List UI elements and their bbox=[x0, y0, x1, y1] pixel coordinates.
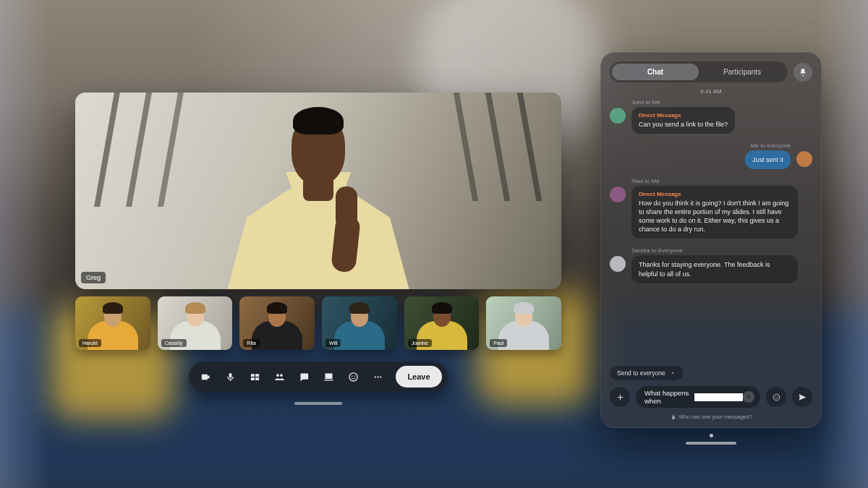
message-bubble: Direct MessageHow do you think it is goi… bbox=[631, 186, 798, 239]
share-screen-button[interactable] bbox=[318, 366, 339, 388]
participant-thumb[interactable]: Rita bbox=[239, 296, 315, 350]
window-grabber[interactable] bbox=[294, 402, 342, 405]
participant-thumb[interactable]: Harold bbox=[75, 296, 150, 350]
svg-point-7 bbox=[775, 395, 775, 396]
chat-timestamp: 9:41 AM bbox=[601, 88, 821, 99]
tab-chat[interactable]: Chat bbox=[612, 64, 699, 80]
thumb-name-tag: Joanne bbox=[408, 339, 432, 347]
gallery-view-button[interactable] bbox=[244, 366, 265, 388]
thumb-name-tag: Rita bbox=[243, 339, 259, 347]
avatar bbox=[610, 256, 626, 272]
microphone-button[interactable] bbox=[219, 366, 241, 388]
message-meta: Raul to Me bbox=[631, 178, 798, 184]
svg-point-8 bbox=[777, 395, 778, 396]
chat-message: Sandra to EveryoneThanks for staying eve… bbox=[610, 247, 812, 283]
emoji-button[interactable] bbox=[766, 387, 786, 407]
speaker-figure bbox=[210, 106, 427, 289]
chat-message: John to MeDirect MessageCan you send a l… bbox=[610, 99, 812, 134]
avatar bbox=[610, 108, 626, 124]
participant-thumb[interactable]: Cassidy bbox=[158, 296, 233, 350]
avatar bbox=[796, 151, 812, 167]
clear-input-button[interactable]: ✕ bbox=[743, 391, 754, 403]
participant-thumbnails: HaroldCassidyRitaWillJoannePaul bbox=[75, 296, 561, 350]
chat-window-handle[interactable] bbox=[600, 434, 822, 445]
camera-button[interactable] bbox=[195, 366, 216, 388]
chat-tabs: Chat Participants bbox=[601, 53, 821, 88]
attach-button[interactable] bbox=[610, 387, 630, 407]
thumb-name-tag: Will bbox=[326, 339, 341, 347]
svg-point-3 bbox=[375, 376, 376, 377]
svg-point-5 bbox=[380, 376, 381, 377]
message-meta: Sandra to Everyone bbox=[631, 247, 798, 254]
svg-point-2 bbox=[354, 375, 356, 377]
message-bubble: Thanks for staying everyone. The feedbac… bbox=[631, 255, 798, 283]
privacy-label: Who can see your messages? bbox=[679, 414, 752, 420]
message-input-text: What happens when bbox=[644, 389, 694, 405]
message-meta: Me to everyone bbox=[751, 142, 791, 149]
send-button[interactable] bbox=[792, 387, 812, 407]
more-options-button[interactable] bbox=[367, 366, 388, 388]
chevron-down-icon bbox=[670, 370, 676, 376]
call-toolbar: Leave bbox=[189, 361, 447, 392]
reactions-button[interactable] bbox=[342, 366, 364, 388]
svg-point-1 bbox=[352, 375, 353, 377]
privacy-note[interactable]: Who can see your messages? bbox=[601, 414, 821, 427]
leave-button-label: Leave bbox=[407, 372, 430, 381]
message-bubble: Direct MessageCan you send a link to the… bbox=[631, 107, 735, 134]
message-meta: John to Me bbox=[631, 99, 735, 106]
video-call-window: Greg HaroldCassidyRitaWillJoannePaul Lea… bbox=[75, 93, 561, 405]
send-to-label: Send to everyone bbox=[617, 369, 665, 377]
notifications-button[interactable] bbox=[793, 63, 812, 82]
chat-panel: Chat Participants 9:41 AM John to MeDire… bbox=[600, 52, 822, 428]
speaker-name-tag: Greg bbox=[81, 272, 106, 283]
message-list: John to MeDirect MessageCan you send a l… bbox=[601, 99, 821, 365]
thumb-name-tag: Harold bbox=[79, 339, 101, 347]
message-bubble: Just sent it bbox=[745, 150, 791, 169]
chat-button[interactable] bbox=[293, 366, 315, 388]
avatar bbox=[610, 187, 626, 202]
chat-message: Me to everyoneJust sent it bbox=[610, 142, 812, 169]
thumb-name-tag: Cassidy bbox=[161, 339, 187, 347]
participant-thumb[interactable]: Paul bbox=[486, 296, 561, 350]
thumb-name-tag: Paul bbox=[490, 339, 507, 347]
participant-thumb[interactable]: Joanne bbox=[404, 296, 480, 350]
svg-point-4 bbox=[377, 376, 378, 377]
direct-message-badge: Direct Message bbox=[639, 191, 791, 199]
svg-point-0 bbox=[349, 372, 357, 380]
lock-icon bbox=[671, 414, 676, 420]
direct-message-badge: Direct Message bbox=[639, 112, 728, 120]
chat-message: Raul to MeDirect MessageHow do you think… bbox=[610, 178, 812, 239]
tab-participants[interactable]: Participants bbox=[699, 64, 786, 80]
svg-point-6 bbox=[773, 394, 780, 401]
leave-button[interactable]: Leave bbox=[396, 366, 441, 388]
participants-button[interactable] bbox=[268, 366, 290, 388]
send-to-selector[interactable]: Send to everyone bbox=[610, 366, 683, 380]
message-input[interactable]: What happens when ✕ bbox=[636, 386, 760, 408]
participant-thumb[interactable]: Will bbox=[322, 296, 397, 350]
main-video-feed[interactable]: Greg bbox=[75, 93, 561, 289]
